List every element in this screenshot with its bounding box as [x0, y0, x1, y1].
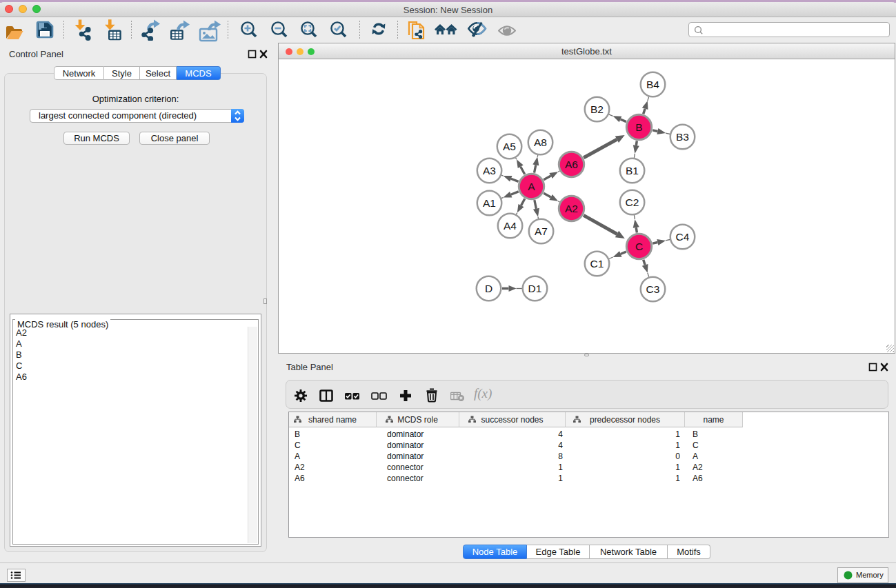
svg-text:D: D: [485, 283, 492, 294]
svg-text:A6: A6: [565, 159, 578, 170]
svg-text:B3: B3: [676, 131, 689, 143]
svg-text:B1: B1: [626, 165, 639, 176]
svg-text:A: A: [528, 181, 535, 192]
svg-text:A2: A2: [565, 203, 578, 214]
svg-text:B4: B4: [646, 79, 659, 90]
svg-text:C3: C3: [646, 283, 660, 295]
svg-text:A7: A7: [535, 225, 548, 237]
svg-text:C2: C2: [626, 196, 639, 208]
svg-text:C: C: [635, 241, 643, 252]
svg-text:D1: D1: [528, 283, 542, 294]
svg-text:C4: C4: [676, 231, 690, 243]
svg-text:C1: C1: [590, 258, 604, 270]
svg-text:A5: A5: [503, 141, 516, 152]
svg-text:A3: A3: [483, 165, 496, 176]
svg-text:A4: A4: [504, 220, 517, 232]
svg-text:B: B: [635, 121, 642, 133]
svg-text:B2: B2: [590, 103, 604, 115]
svg-text:A1: A1: [483, 197, 496, 209]
svg-text:A8: A8: [534, 136, 547, 148]
